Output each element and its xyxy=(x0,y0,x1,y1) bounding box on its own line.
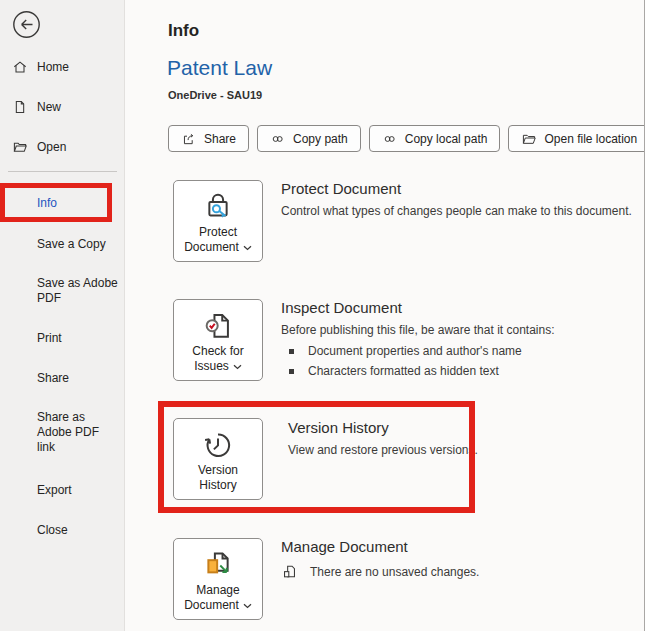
sidebar-item-export[interactable]: Export xyxy=(37,482,72,498)
link-icon xyxy=(270,131,286,147)
sidebar-item-label: Open xyxy=(37,140,66,154)
info-toolbar: Share Copy path Copy local path xyxy=(168,125,645,152)
sidebar-item-label: Info xyxy=(37,196,57,210)
link-icon xyxy=(382,131,398,147)
bullet-text: Characters formatted as hidden text xyxy=(308,364,499,378)
tile-label-line2: Document xyxy=(184,598,239,613)
section-heading: Protect Document xyxy=(281,180,641,197)
section-heading: Inspect Document xyxy=(281,299,641,316)
sidebar-item-label: Export xyxy=(37,483,72,497)
tile-label-line1: Manage xyxy=(196,583,239,598)
document-title: Patent Law xyxy=(167,56,272,80)
sidebar-item-home[interactable]: Home xyxy=(12,59,69,75)
chevron-down-icon xyxy=(233,364,242,370)
tile-label-line1: Check for xyxy=(192,344,243,359)
history-clock-icon xyxy=(201,427,235,463)
sidebar-item-label: New xyxy=(37,100,61,114)
sidebar-item-label: Save a Copy xyxy=(37,237,106,251)
button-label: Copy path xyxy=(293,132,348,146)
sidebar: Home New Open Info Save a Cop xyxy=(0,0,125,631)
sidebar-item-close[interactable]: Close xyxy=(37,522,68,538)
new-document-icon xyxy=(12,99,28,115)
tile-label-line2: Document xyxy=(184,240,239,255)
sidebar-divider xyxy=(8,171,117,172)
back-button[interactable] xyxy=(12,10,41,39)
unsaved-changes-icon xyxy=(281,563,298,580)
section-heading: Manage Document xyxy=(281,538,641,555)
square-bullet-icon xyxy=(289,349,294,354)
sidebar-item-label: Close xyxy=(37,523,68,537)
document-versions-icon xyxy=(201,547,235,583)
back-arrow-icon xyxy=(12,10,41,39)
tile-label-line2: Issues xyxy=(194,359,229,374)
sidebar-item-label: Save as Adobe PDF xyxy=(37,276,119,306)
manage-document-tile-button[interactable]: Manage Document xyxy=(173,538,263,620)
home-icon xyxy=(12,59,28,75)
sidebar-item-share-as-adobe-pdf-link[interactable]: Share as Adobe PDF link xyxy=(37,410,119,455)
chevron-down-icon xyxy=(243,603,252,609)
sidebar-item-save-a-copy[interactable]: Save a Copy xyxy=(37,236,106,252)
section-description: Control what types of changes people can… xyxy=(281,204,641,219)
page-title: Info xyxy=(168,21,199,41)
open-folder-icon xyxy=(12,139,28,155)
tile-label-line1: Protect xyxy=(199,225,237,240)
lock-key-icon xyxy=(201,189,235,225)
sidebar-item-label: Home xyxy=(37,60,69,74)
unsaved-changes-status: There are no unsaved changes. xyxy=(281,563,641,580)
folder-icon xyxy=(521,131,537,147)
button-label: Copy local path xyxy=(405,132,488,146)
tile-label-line1: Version xyxy=(198,463,238,478)
sidebar-item-share[interactable]: Share xyxy=(37,370,69,386)
sidebar-item-new[interactable]: New xyxy=(12,99,61,115)
tile-label-line2: History xyxy=(199,478,236,493)
section-heading: Version History xyxy=(288,419,645,436)
protect-document-tile-button[interactable]: Protect Document xyxy=(173,180,263,262)
info-pane: Info Patent Law OneDrive - SAU19 Share xyxy=(126,0,645,631)
document-location: OneDrive - SAU19 xyxy=(168,89,262,101)
document-check-icon xyxy=(201,308,235,344)
button-label: Share xyxy=(204,132,236,146)
copy-local-path-button[interactable]: Copy local path xyxy=(369,125,501,152)
sidebar-item-label: Share as Adobe PDF link xyxy=(37,410,119,455)
share-icon xyxy=(181,131,197,147)
copy-path-button[interactable]: Copy path xyxy=(257,125,361,152)
check-for-issues-tile-button[interactable]: Check for Issues xyxy=(173,299,263,381)
word-backstage-info-page: Home New Open Info Save a Cop xyxy=(0,0,645,631)
sidebar-item-label: Print xyxy=(37,331,62,345)
section-description: View and restore previous versions. xyxy=(288,443,645,458)
sidebar-item-print[interactable]: Print xyxy=(37,330,62,346)
inspect-bullet-item: Characters formatted as hidden text xyxy=(281,364,641,378)
chevron-down-icon xyxy=(243,245,252,251)
square-bullet-icon xyxy=(289,369,294,374)
bullet-text: Document properties and author's name xyxy=(308,344,522,358)
sidebar-item-open[interactable]: Open xyxy=(12,139,66,155)
button-label: Open file location xyxy=(544,132,637,146)
version-history-tile-button[interactable]: Version History xyxy=(173,418,263,500)
sidebar-item-save-as-adobe-pdf[interactable]: Save as Adobe PDF xyxy=(37,276,119,306)
inspect-bullet-item: Document properties and author's name xyxy=(281,344,641,358)
status-text: There are no unsaved changes. xyxy=(310,565,479,579)
open-file-location-button[interactable]: Open file location xyxy=(508,125,645,152)
section-description: Before publishing this file, be aware th… xyxy=(281,323,641,338)
sidebar-item-label: Share xyxy=(37,371,69,385)
share-button[interactable]: Share xyxy=(168,125,249,152)
sidebar-item-info[interactable]: Info xyxy=(37,195,57,211)
